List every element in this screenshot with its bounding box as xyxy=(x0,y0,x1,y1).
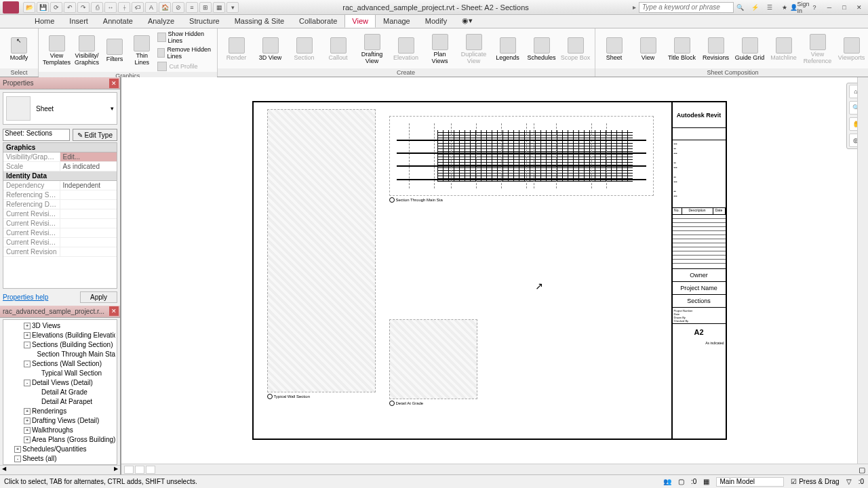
modify-button[interactable]: ↖Modify xyxy=(3,30,35,68)
show-hidden-button[interactable]: Show Hidden Lines xyxy=(156,30,214,45)
tree-item[interactable]: -Detail Views (Detail) xyxy=(5,378,115,388)
app-icon[interactable] xyxy=(3,1,19,14)
tab-collaborate[interactable]: Collaborate xyxy=(292,14,344,28)
redo-icon[interactable]: ↷ xyxy=(77,2,90,13)
sync-icon[interactable]: ⟳ xyxy=(50,2,62,13)
close-icon[interactable]: ✕ xyxy=(853,2,865,13)
expand-icon[interactable]: + xyxy=(24,427,31,434)
tree-item[interactable]: +Walkthroughs xyxy=(5,426,115,435)
infocenter-icon[interactable]: 🔍 xyxy=(734,2,746,13)
canvas-viewport[interactable]: Autodesk Revit ▪▪▪▪▪▪▪▪▪▪▪▪▪▪▪▪▪▪▪▪▪▪▪ N… xyxy=(121,77,857,464)
properties-grid[interactable]: Graphics Visibility/Graphi...Edit... Sca… xyxy=(3,142,117,289)
properties-help-link[interactable]: Properties help xyxy=(3,293,48,301)
tree-item[interactable]: +Elevations (Building Elevation xyxy=(5,331,115,340)
project-browser[interactable]: +3D Views+Elevations (Building Elevation… xyxy=(3,319,117,466)
open-icon[interactable]: 📂 xyxy=(23,2,35,13)
collapse-icon[interactable]: - xyxy=(24,380,31,386)
legends-button[interactable]: Legends xyxy=(492,30,524,68)
remove-hidden-button[interactable]: Remove Hidden Lines xyxy=(156,45,214,60)
tree-item[interactable]: -Sections (Building Section) xyxy=(5,340,115,350)
scale-control[interactable] xyxy=(124,466,134,474)
tab-view[interactable]: View xyxy=(344,14,376,28)
save-icon[interactable]: 💾 xyxy=(37,2,49,13)
browser-close-icon[interactable]: ✕ xyxy=(109,306,119,316)
expand-icon[interactable]: + xyxy=(14,446,21,453)
revisions-button[interactable]: Revisions xyxy=(700,30,732,68)
expand-icon[interactable]: + xyxy=(24,436,31,443)
undo-icon[interactable]: ↶ xyxy=(64,2,76,13)
switch-icon[interactable]: ▦ xyxy=(213,2,225,13)
props-row[interactable]: Referencing Sh... xyxy=(3,190,117,200)
workshare-icon[interactable]: 👥 xyxy=(663,478,671,485)
thinlines-icon[interactable]: ≡ xyxy=(186,2,198,13)
tag-icon[interactable]: 🏷 xyxy=(132,2,144,13)
workset-combo[interactable] xyxy=(716,477,784,487)
props-category-graphics[interactable]: Graphics xyxy=(3,143,117,152)
tab-annotate[interactable]: Annotate xyxy=(96,14,140,28)
schedules-button[interactable]: Schedules xyxy=(526,30,558,68)
title-block[interactable]: Autodesk Revit ▪▪▪▪▪▪▪▪▪▪▪▪▪▪▪▪▪▪▪▪▪▪▪ N… xyxy=(671,102,726,439)
tree-item[interactable]: Section Through Main Sta xyxy=(5,350,115,359)
closehidden-icon[interactable]: ⊞ xyxy=(199,2,212,13)
placeview-button[interactable]: View xyxy=(632,30,665,68)
instance-filter[interactable]: Sheet: Sections xyxy=(3,129,70,141)
tab-addin-icon[interactable]: ◉▾ xyxy=(454,14,480,28)
collapse-icon[interactable]: - xyxy=(14,455,21,462)
props-row[interactable]: ScaleAs indicated xyxy=(3,162,117,171)
filters-button[interactable]: Filters xyxy=(102,30,127,72)
sheet-button[interactable]: Sheet xyxy=(598,30,631,68)
guidegrid-button[interactable]: Guide Grid xyxy=(734,30,766,68)
section-icon[interactable]: ⊘ xyxy=(172,2,184,13)
crop-icon[interactable]: ▢ xyxy=(859,466,868,474)
tree-item[interactable]: -Sheets (all) xyxy=(5,454,115,464)
edit-type-button[interactable]: ✎Edit Type xyxy=(73,129,117,141)
type-combo[interactable]: Sheet xyxy=(36,105,111,113)
customize-icon[interactable]: ▾ xyxy=(226,2,239,13)
drafting-view-button[interactable]: Drafting View xyxy=(356,30,389,68)
default3d-icon[interactable]: 🏠 xyxy=(159,2,171,13)
type-selector[interactable]: Sheet ▾ xyxy=(3,92,117,125)
tree-item[interactable]: +Renderings xyxy=(5,407,115,416)
props-row[interactable]: Current Revisio... xyxy=(3,209,117,219)
expand-icon[interactable]: + xyxy=(24,408,31,415)
signin-button[interactable]: 👤 Sign In xyxy=(793,2,806,13)
props-row[interactable]: Current Revision xyxy=(3,247,117,257)
properties-header[interactable]: Properties ✕ xyxy=(0,77,120,89)
tree-item[interactable]: +Drafting Views (Detail) xyxy=(5,416,115,426)
plan-views-button[interactable]: Plan Views xyxy=(424,30,456,68)
help-icon[interactable]: ? xyxy=(808,2,821,13)
apply-button[interactable]: Apply xyxy=(80,291,117,303)
editable-only-icon[interactable]: ▢ xyxy=(678,478,684,485)
print-icon[interactable]: ⎙ xyxy=(91,2,103,13)
tab-manage[interactable]: Manage xyxy=(376,14,418,28)
properties-close-icon[interactable]: ✕ xyxy=(109,79,119,88)
props-row[interactable]: Current Revisio... xyxy=(3,238,117,247)
props-row[interactable]: DependencyIndependent xyxy=(3,181,117,190)
tab-massing[interactable]: Massing & Site xyxy=(227,14,292,28)
detail-level-icon[interactable] xyxy=(135,466,144,474)
tree-item[interactable]: +Area Plans (Gross Building) xyxy=(5,435,115,445)
props-row[interactable]: Visibility/Graphi...Edit... xyxy=(3,152,117,162)
collapse-icon[interactable]: - xyxy=(24,361,31,367)
viewport-wall-section[interactable]: Typical Wall Section xyxy=(267,109,376,401)
tab-home[interactable]: Home xyxy=(27,14,62,28)
tab-analyze[interactable]: Analyze xyxy=(140,14,182,28)
props-row[interactable]: Current Revisio... xyxy=(3,219,117,228)
filter-icon[interactable]: ▽ xyxy=(846,478,852,485)
tree-item[interactable]: Detail At Parapet xyxy=(5,397,115,407)
expand-icon[interactable]: + xyxy=(24,332,31,339)
tree-item[interactable]: +Schedules/Quantities xyxy=(5,445,115,454)
press-drag-toggle[interactable]: ☑ Press & Drag xyxy=(791,478,839,485)
tree-item[interactable]: Typical Wall Section xyxy=(5,369,115,378)
text-icon[interactable]: A xyxy=(145,2,157,13)
props-category-identity[interactable]: Identity Data xyxy=(3,171,117,181)
browser-hscroll[interactable]: ◀▶ xyxy=(0,465,120,474)
drawing-canvas[interactable]: ─ ❐ ✕ Autodesk Revit ▪▪▪▪▪▪▪▪▪▪▪▪▪▪▪▪▪▪▪… xyxy=(121,77,868,474)
tab-structure[interactable]: Structure xyxy=(182,14,227,28)
search-input[interactable] xyxy=(639,2,734,13)
titleblock-button[interactable]: Title Block xyxy=(666,30,698,68)
sheet-border[interactable]: Autodesk Revit ▪▪▪▪▪▪▪▪▪▪▪▪▪▪▪▪▪▪▪▪▪▪▪ N… xyxy=(252,101,727,440)
dimension-icon[interactable]: ⟊ xyxy=(118,2,130,13)
favorites-icon[interactable]: ★ xyxy=(778,2,791,13)
viewport-building-section[interactable]: Section Through Main Sta xyxy=(389,116,654,204)
